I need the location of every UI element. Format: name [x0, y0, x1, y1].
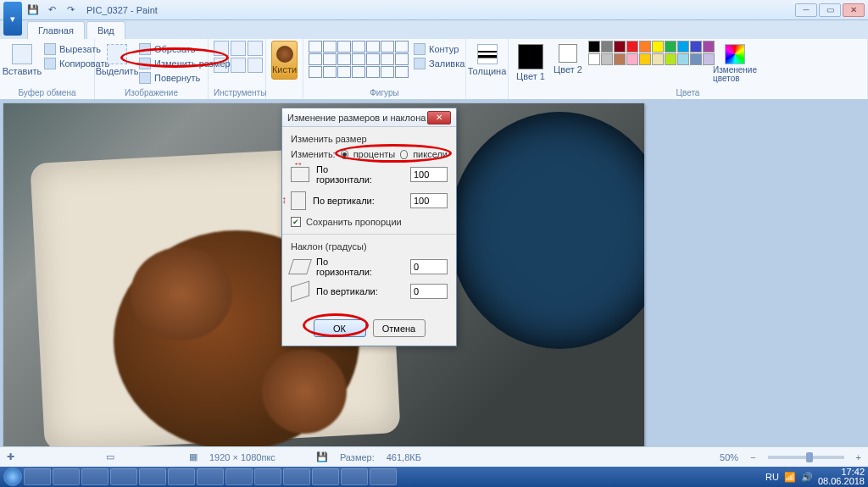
- tray-lang[interactable]: RU: [765, 472, 779, 482]
- swatch[interactable]: [639, 53, 651, 65]
- swatch[interactable]: [677, 53, 689, 65]
- swatch[interactable]: [665, 53, 676, 65]
- zoom-level: 50%: [720, 452, 738, 462]
- scissors-icon: [44, 43, 56, 55]
- swatch[interactable]: [626, 53, 638, 65]
- brushes-button[interactable]: Кисти: [271, 41, 298, 80]
- cancel-button[interactable]: Отмена: [373, 319, 426, 337]
- window-titlebar: 💾 ↶ ↷ PIC_0327 - Paint ─ ▭ ✕: [0, 0, 868, 20]
- ok-button[interactable]: ОК: [314, 319, 366, 337]
- task-app-6[interactable]: [168, 468, 195, 485]
- rotate-button[interactable]: Повернуть: [137, 71, 232, 85]
- tray-sound-icon[interactable]: 🔊: [801, 472, 813, 483]
- task-app-13[interactable]: [370, 468, 397, 485]
- dialog-title: Изменение размеров и наклона: [287, 113, 426, 123]
- swatch[interactable]: [652, 53, 664, 65]
- swatch[interactable]: [703, 53, 715, 65]
- swatch[interactable]: [690, 53, 702, 65]
- task-app-8[interactable]: [225, 468, 253, 485]
- undo-icon[interactable]: ↶: [44, 3, 59, 18]
- zoom-slider[interactable]: [768, 456, 844, 459]
- group-colors-label: Цвета: [514, 88, 862, 97]
- file-menu-button[interactable]: ▾: [3, 2, 22, 36]
- task-app-10[interactable]: [283, 468, 310, 485]
- swatch[interactable]: [677, 41, 689, 53]
- clipboard-icon: [12, 44, 32, 64]
- swatch[interactable]: [652, 41, 664, 53]
- tab-view[interactable]: Вид: [86, 21, 125, 39]
- canvas-dimensions: 1920 × 1080пкс: [209, 452, 275, 462]
- swatch[interactable]: [601, 53, 613, 65]
- outline-icon: [414, 43, 426, 55]
- shapes-gallery[interactable]: [309, 41, 409, 78]
- task-app-7[interactable]: [197, 468, 224, 485]
- rainbow-icon: [725, 44, 745, 64]
- swatch[interactable]: [588, 41, 600, 53]
- group-shapes-label: Фигуры: [309, 88, 460, 97]
- radio-pixels[interactable]: [400, 150, 408, 159]
- ribbon: Вставить Вырезать Копировать Буфер обмен…: [0, 39, 868, 100]
- cursor-pos-icon: ✚: [7, 451, 14, 462]
- task-app-2[interactable]: [53, 468, 80, 485]
- pixels-label[interactable]: пиксели: [413, 149, 448, 159]
- outline-button[interactable]: Контур: [412, 42, 466, 56]
- skew-vert-input[interactable]: 0: [410, 284, 448, 299]
- close-button[interactable]: ✕: [843, 3, 865, 17]
- task-app-11[interactable]: [312, 468, 339, 485]
- filesize-icon: 💾: [316, 451, 328, 462]
- redo-icon[interactable]: ↷: [63, 3, 78, 18]
- zoom-in-button[interactable]: +: [856, 452, 861, 462]
- dims-icon: ▦: [189, 451, 198, 462]
- vert-input[interactable]: 100: [410, 193, 448, 208]
- picker-tool[interactable]: [231, 58, 246, 73]
- thickness-button[interactable]: Толщина: [470, 41, 504, 76]
- resize-section-label: Изменить размер: [291, 134, 448, 144]
- save-icon[interactable]: 💾: [25, 3, 41, 18]
- minimize-button[interactable]: ─: [795, 3, 817, 17]
- maximize-button[interactable]: ▭: [819, 3, 841, 17]
- task-app-12[interactable]: [341, 468, 368, 485]
- tab-home[interactable]: Главная: [27, 21, 85, 39]
- color1-button[interactable]: Цвет 1: [514, 41, 548, 81]
- swatch[interactable]: [703, 41, 715, 53]
- task-app-3[interactable]: [81, 468, 108, 485]
- text-tool[interactable]: [248, 41, 263, 56]
- swatch[interactable]: [614, 41, 626, 53]
- keep-aspect-label[interactable]: Сохранить пропорции: [306, 217, 402, 227]
- percent-label[interactable]: проценты: [353, 149, 396, 159]
- start-button[interactable]: [3, 468, 22, 486]
- edit-colors-button[interactable]: Изменение цветов: [718, 41, 752, 83]
- dialog-titlebar[interactable]: Изменение размеров и наклона ✕: [282, 108, 456, 127]
- swatch[interactable]: [690, 41, 702, 53]
- color2-button[interactable]: Цвет 2: [551, 41, 585, 75]
- horiz-input[interactable]: 100: [410, 167, 448, 182]
- swatch[interactable]: [588, 53, 600, 65]
- swatch[interactable]: [614, 53, 626, 65]
- radio-percent[interactable]: [341, 150, 348, 159]
- tray-date[interactable]: 08.06.2018: [818, 477, 865, 486]
- paste-button[interactable]: Вставить: [5, 41, 39, 76]
- fill-button[interactable]: Заливка: [412, 57, 466, 70]
- task-app-4[interactable]: [110, 468, 137, 485]
- zoom-tool[interactable]: [248, 58, 263, 73]
- swatch[interactable]: [665, 41, 676, 53]
- select-button[interactable]: Выделить: [100, 41, 134, 76]
- app-name: Paint: [136, 5, 158, 15]
- horiz-icon: [291, 167, 309, 182]
- dialog-close-button[interactable]: ✕: [427, 111, 451, 125]
- task-app-5[interactable]: [139, 468, 166, 485]
- keep-aspect-checkbox[interactable]: ✔: [291, 217, 301, 227]
- group-clipboard-label: Буфер обмена: [5, 88, 89, 97]
- swatch[interactable]: [626, 41, 638, 53]
- zoom-out-button[interactable]: −: [750, 452, 755, 462]
- crop-button[interactable]: Обрезать: [137, 42, 232, 56]
- skew-horiz-input[interactable]: 0: [410, 259, 448, 274]
- task-app-1[interactable]: [24, 468, 51, 485]
- swatch[interactable]: [639, 41, 651, 53]
- resize-button[interactable]: Изменить размер: [137, 57, 232, 70]
- fill-tool[interactable]: [231, 41, 246, 56]
- document-name: PIC_0327: [86, 5, 128, 15]
- tray-network-icon[interactable]: 📶: [784, 472, 796, 483]
- task-app-9[interactable]: [254, 468, 281, 485]
- swatch[interactable]: [601, 41, 613, 53]
